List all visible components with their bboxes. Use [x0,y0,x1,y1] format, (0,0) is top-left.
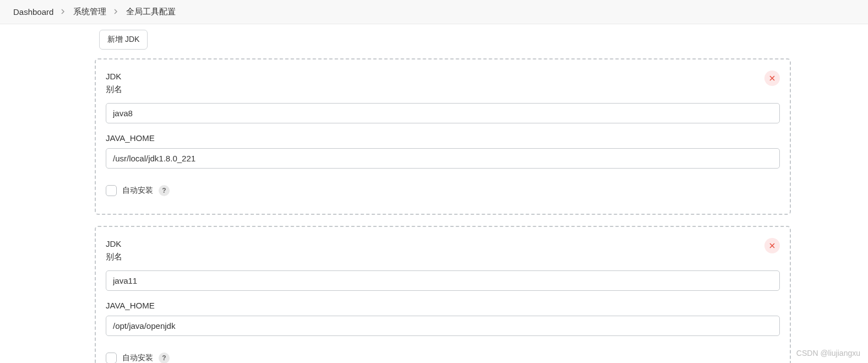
add-jdk-button[interactable]: 新增 JDK [99,30,148,50]
breadcrumb-item-global-tool-config: 全局工具配置 [126,7,176,17]
jdk-config-block: JDK 别名 JAVA_HOME 自动安装 ? [95,58,791,215]
jdk-alias-input[interactable] [106,270,780,291]
help-icon[interactable]: ? [159,353,170,363]
auto-install-label: 自动安装 [122,186,153,196]
breadcrumb: Dashboard 系统管理 全局工具配置 [0,0,868,24]
java-home-label: JAVA_HOME [106,133,780,143]
jdk-config-block: JDK 别名 JAVA_HOME 自动安装 ? [95,226,791,363]
delete-jdk-button[interactable] [764,238,780,253]
chevron-right-icon [61,8,66,16]
breadcrumb-item-dashboard[interactable]: Dashboard [13,7,53,17]
jdk-block-title: JDK 别名 [106,71,122,95]
jdk-alias-input[interactable] [106,103,780,123]
java-home-input[interactable] [106,148,780,169]
close-icon [769,75,775,82]
delete-jdk-button[interactable] [764,71,780,86]
auto-install-checkbox[interactable] [106,353,117,363]
help-icon[interactable]: ? [159,185,170,196]
jdk-block-title: JDK 别名 [106,238,122,263]
close-icon [769,242,775,250]
auto-install-label: 自动安装 [122,353,153,363]
java-home-label: JAVA_HOME [106,301,780,310]
chevron-right-icon [114,8,118,16]
breadcrumb-item-system-manage[interactable]: 系统管理 [73,7,106,17]
main-content: 新增 JDK JDK 别名 JAVA_HOME 自动安装 ? [0,24,868,363]
java-home-input[interactable] [106,316,780,336]
auto-install-checkbox[interactable] [106,185,117,196]
